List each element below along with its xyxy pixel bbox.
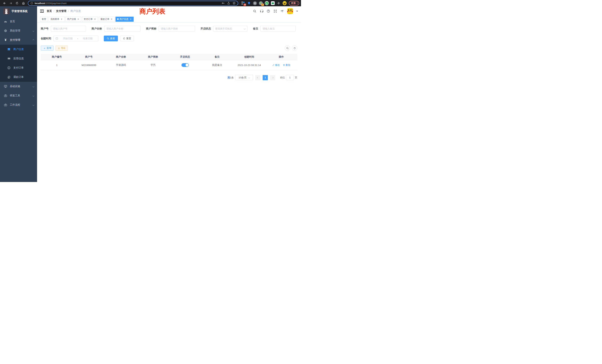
toggle-search-button[interactable] (285, 45, 290, 51)
breadcrumb-separator: / (54, 10, 54, 13)
sidebar-item-infrastructure[interactable]: 基础设施 (0, 82, 37, 91)
sidebar-item-label: 商户信息 (13, 48, 24, 51)
font-size-icon[interactable]: TT (280, 9, 284, 13)
extension-command-icon[interactable] (253, 1, 257, 5)
page-annotation-title: 商户列表 (139, 7, 165, 16)
bookmark-star-icon[interactable] (233, 2, 236, 5)
sidebar-item-home[interactable]: 首页 (0, 17, 37, 26)
tab-label: 支付订单 (84, 18, 93, 21)
sidebar-item-workflow[interactable]: 工作流程 (0, 100, 37, 109)
prev-page-button[interactable] (255, 75, 260, 80)
search-icon[interactable] (253, 9, 257, 13)
chrome-update-button[interactable]: 更新 (289, 1, 299, 6)
browser-back-icon[interactable] (2, 0, 7, 6)
update-label: 更新 (291, 1, 296, 5)
sidebar-item-label: 应用信息 (13, 57, 24, 60)
extension-blocks-icon[interactable]: 10 (241, 1, 245, 5)
next-page-button[interactable] (270, 75, 275, 80)
payment-submenu: 商户信息 应用信息 支付订单 退款订单 (0, 45, 37, 82)
extension-kite-icon[interactable] (247, 1, 251, 5)
tab-merchant-info[interactable]: 商户信息 ✕ (116, 17, 134, 22)
delete-link[interactable]: 删除 (283, 63, 290, 67)
active-tab-dot (117, 18, 119, 20)
extension-y-icon[interactable]: y (265, 1, 269, 5)
browser-menu-icon[interactable] (297, 2, 298, 4)
short-name-input[interactable] (159, 26, 195, 32)
refresh-button[interactable] (292, 45, 297, 51)
chevron-down-icon (248, 77, 250, 78)
yen-icon: ¥ (4, 38, 7, 42)
extension-dot-icon[interactable]: 1 (259, 1, 263, 5)
col-remark: 备注 (201, 54, 233, 60)
tab-process-form[interactable]: 流程表单 ✕ (49, 17, 64, 22)
breadcrumb-home[interactable]: 首页 (47, 10, 52, 13)
status-select[interactable]: 请选择开启状态 (213, 26, 247, 32)
tab-user-group[interactable]: 用户分组 ✕ (65, 17, 81, 22)
search-button[interactable]: 搜索 (104, 36, 118, 41)
sidebar-item-dev-tools[interactable]: 研发工具 (0, 91, 37, 100)
password-key-icon[interactable] (222, 2, 225, 5)
col-actions: 操作 (265, 54, 297, 60)
breadcrumb-payment[interactable]: 支付管理 (56, 10, 66, 13)
reset-button[interactable]: 重置 (120, 36, 134, 41)
sidebar-item-app-info[interactable]: 应用信息 (0, 54, 37, 63)
chevron-down-icon (33, 30, 34, 32)
share-icon[interactable] (227, 2, 230, 5)
extension-chat-icon[interactable] (271, 1, 275, 5)
plus-icon: ＋ (43, 47, 46, 50)
cell-create-time: 2021-10-23 08:31:14 (233, 60, 265, 70)
sidebar-item-system[interactable]: 系统管理 (0, 26, 37, 35)
sidebar-item-merchant-info[interactable]: 商户信息 (0, 45, 37, 54)
briefcase-icon (4, 103, 7, 107)
col-merchant-id: 商户编号 (41, 54, 73, 60)
yen-circle-icon (7, 66, 11, 69)
browser-forward-icon[interactable] (8, 0, 13, 6)
edit-link[interactable]: 修改 (272, 63, 280, 67)
add-button[interactable]: ＋ 新增 (41, 46, 54, 51)
url-text[interactable]: localhost:1024/pay/merchant (35, 2, 220, 5)
avatar-caret-down-icon[interactable] (296, 11, 298, 13)
app-logo-row[interactable]: 芋道管理系统 (0, 6, 37, 16)
end-date-placeholder: 结束日期 (79, 37, 96, 40)
tab-refund-order[interactable]: 退款订单 ✕ (99, 17, 115, 22)
tab-pay-order[interactable]: 支付订单 ✕ (82, 17, 98, 22)
sidebar-item-pay-order[interactable]: 支付订单 (0, 63, 37, 73)
github-icon[interactable] (260, 9, 263, 13)
browser-home-icon[interactable] (21, 0, 26, 6)
goto-label: 前往 (280, 76, 285, 79)
export-button[interactable]: 导出 (55, 46, 68, 51)
trash-icon (283, 64, 285, 66)
col-merchant-no: 商户号 (73, 54, 105, 60)
breadcrumb-separator: / (68, 10, 69, 13)
sidebar-item-refund-order[interactable]: 退款订单 (0, 73, 37, 82)
close-icon[interactable]: ✕ (60, 18, 63, 20)
tab-home[interactable]: 首页 (40, 17, 48, 22)
site-info-icon[interactable] (30, 2, 33, 5)
close-icon[interactable]: ✕ (110, 18, 113, 20)
browser-toolbar: localhost:1024/pay/merchant 10 1 y (0, 0, 301, 6)
close-icon[interactable]: ✕ (77, 18, 79, 20)
merchant-no-input[interactable] (51, 26, 86, 32)
sidebar-collapse-icon[interactable] (40, 10, 44, 13)
sidebar-item-payment[interactable]: ¥ 支付管理 (0, 35, 37, 45)
create-time-label: 创建时间 (41, 37, 51, 40)
create-time-range-input[interactable]: 开始日期 - 结束日期 (53, 36, 98, 41)
status-toggle[interactable] (182, 63, 189, 67)
extensions-puzzle-icon[interactable] (277, 1, 281, 5)
profile-emoji-icon[interactable] (283, 1, 287, 5)
full-name-label: 商户全称 (92, 27, 102, 30)
close-icon[interactable]: ✕ (94, 18, 96, 20)
user-avatar[interactable] (287, 8, 293, 14)
close-icon[interactable]: ✕ (129, 18, 132, 20)
address-bar[interactable]: localhost:1024/pay/merchant (28, 1, 238, 6)
monitor-icon (4, 85, 7, 88)
page-size-select[interactable]: 10条/页 (235, 75, 253, 80)
page-1-button[interactable]: 1 (263, 75, 268, 80)
dashboard-icon (4, 20, 7, 23)
full-name-input[interactable] (104, 26, 140, 32)
remark-input[interactable] (260, 26, 296, 32)
help-icon[interactable] (267, 9, 270, 13)
browser-reload-icon[interactable] (14, 0, 20, 6)
fullscreen-icon[interactable] (273, 9, 277, 13)
goto-page-input[interactable] (286, 75, 294, 80)
